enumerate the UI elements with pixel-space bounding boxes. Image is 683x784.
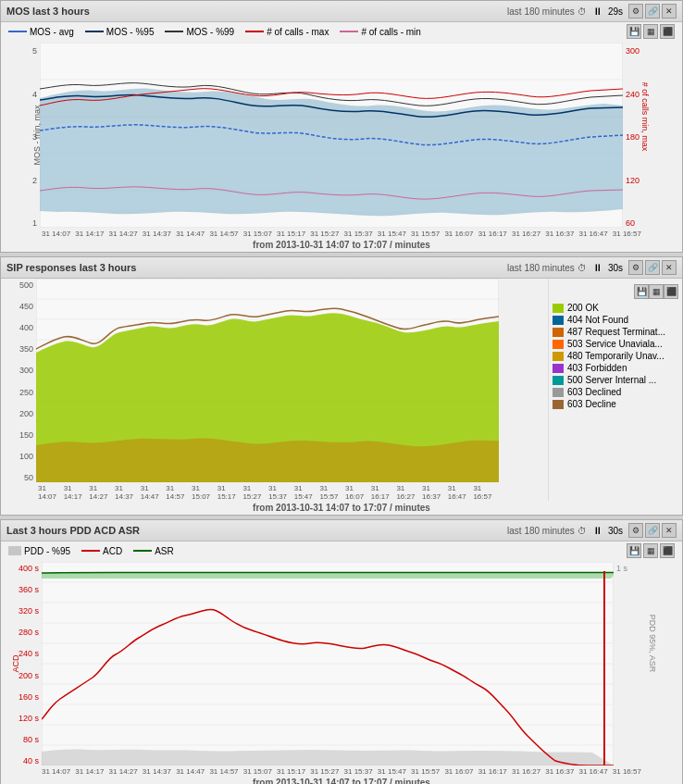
pdd-save-icon[interactable]: 💾: [627, 543, 641, 558]
mos-save-icon[interactable]: 💾: [627, 24, 641, 39]
sip-legend: 💾 ▦ ⬛ 200 OK 404 Not Found 487 Request T…: [548, 279, 682, 501]
pdd-title: Last 3 hours PDD ACD ASR: [6, 525, 140, 536]
mos-legend: MOS - avg MOS - %95 MOS - %99 # of calls…: [1, 22, 682, 43]
pdd-time-label: last 180 minutes ⏱: [507, 526, 587, 536]
pdd-zoom-icon[interactable]: ⬛: [660, 543, 675, 558]
legend-pdd-95: PDD - %95: [8, 543, 70, 558]
sip-y-axis: 500 450 400 350 300 250 200 150 100 50: [1, 279, 36, 482]
pdd-refresh: 30s: [608, 526, 623, 536]
legend-mos-95: MOS - %95: [85, 24, 155, 39]
mos-refresh: 29s: [608, 6, 623, 17]
mos-y-left-label: MOS - min, max: [32, 105, 42, 165]
sip-time-label: last 180 minutes ⏱: [507, 263, 587, 273]
sip-toolbar: ⚙ 🔗 ✕: [628, 260, 677, 275]
mos-table-icon[interactable]: ▦: [643, 24, 658, 39]
legend-500: 500 Server Internal ...: [553, 375, 678, 385]
sip-content: 500 450 400 350 300 250 200 150 100 50: [1, 279, 682, 501]
pdd-header-controls: last 180 minutes ⏱ ⏸ 30s ⚙ 🔗 ✕: [507, 523, 677, 538]
mos-panel-header: MOS last 3 hours last 180 minutes ⏱ ⏸ 29…: [1, 1, 682, 22]
pdd-panel: Last 3 hours PDD ACD ASR last 180 minute…: [0, 519, 683, 784]
sip-zoom-icon[interactable]: ⬛: [664, 284, 678, 299]
legend-acd: ACD: [81, 543, 122, 558]
pdd-close-icon[interactable]: ✕: [662, 523, 677, 538]
pdd-toolbar: ⚙ 🔗 ✕: [628, 523, 677, 538]
legend-mos-99: MOS - %99: [165, 24, 234, 39]
mos-chart-toolbar: 💾 ▦ ⬛: [627, 24, 675, 39]
pdd-y-left-label: ACD: [11, 654, 20, 672]
legend-calls-min: # of calls - min: [340, 24, 420, 39]
mos-y-right-label: # of calls min, max: [641, 82, 651, 152]
pdd-footer: from 2013-10-31 14:07 to 17:07 / minutes: [1, 776, 682, 784]
pdd-chart-toolbar: 💾 ▦ ⬛: [627, 543, 675, 558]
sip-close-icon[interactable]: ✕: [662, 260, 677, 275]
pdd-y-right-label: PDD 95%, ASR: [649, 615, 658, 673]
sip-table-icon[interactable]: ▦: [649, 284, 664, 299]
mos-time-label: last 180 minutes ⏱: [507, 6, 587, 17]
sip-header-controls: last 180 minutes ⏱ ⏸ 30s ⚙ 🔗 ✕: [507, 260, 677, 275]
sip-title: SIP responses last 3 hours: [6, 262, 136, 273]
mos-panel: MOS last 3 hours last 180 minutes ⏱ ⏸ 29…: [0, 0, 683, 253]
mos-header-controls: last 180 minutes ⏱ ⏸ 29s ⚙ 🔗 ✕: [507, 4, 677, 19]
mos-chart-container: 5 4 3 2 1: [1, 43, 682, 228]
mos-title: MOS last 3 hours: [6, 6, 90, 17]
pdd-y-axis-right: 1 s: [614, 562, 640, 765]
legend-asr: ASR: [133, 543, 174, 558]
legend-403: 403 Forbidden: [553, 363, 678, 373]
mos-pause-icon[interactable]: ⏸: [592, 6, 602, 17]
sip-chart-svg: [36, 279, 499, 482]
pdd-table-icon[interactable]: ▦: [643, 543, 658, 558]
sip-x-axis: 31 14:07 31 14:17 31 14:27 31 14:37 31 1…: [1, 482, 501, 501]
pdd-settings-icon[interactable]: ⚙: [628, 523, 643, 538]
legend-603-decline: 603 Decline: [553, 399, 678, 409]
pdd-chart-container: 400 s 360 s 320 s 280 s 240 s 200 s 160 …: [1, 562, 682, 765]
sip-refresh: 30s: [608, 263, 623, 273]
legend-200ok: 200 OK: [553, 303, 678, 313]
sip-panel: SIP responses last 3 hours last 180 minu…: [0, 256, 683, 516]
pdd-x-axis: 31 14:07 31 14:17 31 14:27 31 14:37 31 1…: [1, 765, 682, 776]
pdd-legend: PDD - %95 ACD ASR 💾 ▦ ⬛: [1, 541, 682, 562]
mos-settings-icon[interactable]: ⚙: [628, 4, 643, 19]
legend-487: 487 Request Terminat...: [553, 327, 678, 337]
sip-save-icon[interactable]: 💾: [634, 284, 649, 299]
pdd-panel-header: Last 3 hours PDD ACD ASR last 180 minute…: [1, 520, 682, 541]
sip-chart-area: 500 450 400 350 300 250 200 150 100 50: [1, 279, 548, 501]
pdd-chart-svg: [42, 562, 614, 765]
legend-480: 480 Temporarily Unav...: [553, 351, 678, 361]
mos-footer: from 2013-10-31 14:07 to 17:07 / minutes: [1, 238, 682, 252]
sip-footer: from 2013-10-31 14:07 to 17:07 / minutes: [1, 501, 682, 515]
legend-603-declined: 603 Declined: [553, 387, 678, 397]
pdd-clock-icon[interactable]: ⏱: [577, 526, 587, 536]
sip-chart-toolbar: 💾 ▦ ⬛: [553, 284, 678, 299]
legend-404: 404 Not Found: [553, 315, 678, 325]
sip-settings-icon[interactable]: ⚙: [628, 260, 643, 275]
legend-calls-max: # of calls - max: [245, 24, 329, 39]
mos-chart-wrapper: 5 4 3 2 1: [5, 43, 678, 228]
mos-toolbar: ⚙ 🔗 ✕: [628, 4, 677, 19]
sip-clock-icon[interactable]: ⏱: [577, 263, 587, 273]
mos-x-axis: 31 14:07 31 14:17 31 14:27 31 14:37 31 1…: [1, 228, 682, 238]
pdd-pause-icon[interactable]: ⏸: [592, 525, 602, 536]
mos-chart-svg: [40, 43, 623, 228]
mos-close-icon[interactable]: ✕: [662, 4, 677, 19]
legend-503: 503 Service Unaviala...: [553, 339, 678, 349]
pdd-chart-wrapper: 400 s 360 s 320 s 280 s 240 s 200 s 160 …: [5, 562, 678, 765]
sip-pause-icon[interactable]: ⏸: [592, 262, 602, 273]
clock-icon[interactable]: ⏱: [577, 6, 587, 17]
sip-panel-header: SIP responses last 3 hours last 180 minu…: [1, 257, 682, 279]
pdd-link-icon[interactable]: 🔗: [645, 523, 660, 538]
sip-chart-wrapper: 500 450 400 350 300 250 200 150 100 50: [1, 279, 548, 482]
mos-zoom-icon[interactable]: ⬛: [660, 24, 675, 39]
legend-mos-avg: MOS - avg: [8, 24, 74, 39]
mos-link-icon[interactable]: 🔗: [645, 4, 660, 19]
sip-link-icon[interactable]: 🔗: [645, 260, 660, 275]
